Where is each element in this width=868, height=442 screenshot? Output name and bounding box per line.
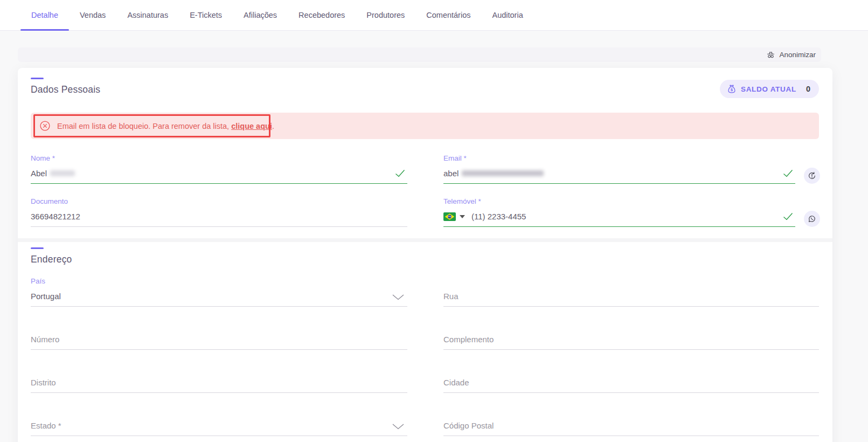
email-value: abel [443,169,459,178]
alert-message: Email em lista de bloqueio. Para remover… [57,122,274,130]
field-telemovel: Telemóvel * (11) 2233-4455 [443,197,820,227]
telemovel-input[interactable]: (11) 2233-4455 [443,210,795,227]
nome-input[interactable]: Abel [31,167,407,184]
distrito-placeholder: Distrito [31,378,56,387]
documento-label: Documento [31,197,407,206]
field-nome: Nome * Abel [31,154,407,184]
redacted-text [50,170,75,176]
error-circle-icon [40,121,50,131]
telemovel-value: (11) 2233-4455 [471,212,526,221]
pais-value: Portugal [31,292,61,301]
codigo-postal-input[interactable]: Código Postal [443,419,819,436]
chevron-down-icon [392,293,404,302]
email-input[interactable]: abel [443,167,795,184]
anonymize-button[interactable]: Anonimizar [767,51,816,59]
complemento-input[interactable]: Complemento [443,333,819,350]
documento-input[interactable]: 36694821212 [31,210,407,227]
redacted-text [462,170,544,176]
alert-message-suffix: . [272,122,274,130]
current-balance-badge[interactable]: $ SALDO ATUAL 0 [720,80,819,98]
resend-email-button[interactable] [804,168,820,184]
check-icon [395,169,405,179]
toolbar-strip: Anonimizar [18,47,821,62]
tab-recebedores[interactable]: Recebedores [288,0,356,30]
telemovel-label: Telemóvel * [443,197,820,206]
balance-value: 0 [806,85,810,93]
codigo-postal-placeholder: Código Postal [443,421,494,430]
tab-auditoria[interactable]: Auditoria [481,0,533,30]
flag-brazil-icon[interactable] [443,212,456,221]
whatsapp-button[interactable] [804,211,820,227]
field-cidade: Cidade [443,363,819,393]
field-documento: Documento 36694821212 [31,197,407,227]
rua-placeholder: Rua [443,292,459,301]
svg-text:$: $ [731,87,733,92]
rua-input[interactable]: Rua [443,290,819,307]
tab-comentarios[interactable]: Comentários [415,0,481,30]
section-accent-dash [31,247,44,249]
incognito-icon [767,51,775,59]
pais-label: País [31,277,407,286]
address-section-header: Endereço [31,247,819,265]
estado-select[interactable]: Estado * [31,419,407,436]
section-divider [18,238,832,242]
pais-select[interactable]: Portugal [31,290,407,307]
detail-card: Dados Pessoais $ SALDO ATUAL 0 Email em … [18,68,832,442]
field-numero: Número [31,320,407,350]
tab-detalhe[interactable]: Detalhe [20,0,69,30]
numero-placeholder: Número [31,335,59,344]
field-rua: Rua [443,277,819,307]
distrito-input[interactable]: Distrito [31,376,407,393]
anonymize-label: Anonimizar [779,51,816,59]
address-section-title: Endereço [31,254,819,265]
address-form-grid: País Portugal Rua Número Compleme [31,277,819,436]
dropdown-arrow-icon[interactable] [460,215,465,218]
email-blocklist-alert: Email em lista de bloqueio. Para remover… [31,113,819,139]
cidade-input[interactable]: Cidade [443,376,819,393]
nome-value: Abel [31,169,47,178]
tab-assinaturas[interactable]: Assinaturas [116,0,179,30]
field-complemento: Complemento [443,320,819,350]
check-icon [783,169,793,179]
complemento-placeholder: Complemento [443,335,494,344]
personal-section-header: Dados Pessoais $ SALDO ATUAL 0 [31,78,819,98]
money-bag-icon: $ [727,84,737,94]
refresh-alert-icon [808,171,816,180]
estado-placeholder: Estado * [31,421,61,430]
field-email: Email * abel [443,154,820,184]
section-accent-dash [31,78,44,79]
email-label: Email * [443,154,820,163]
documento-value: 36694821212 [31,212,80,221]
alert-message-prefix: Email em lista de bloqueio. Para remover… [57,122,231,130]
remove-from-blocklist-link[interactable]: clique aqui [231,122,272,130]
tab-produtores[interactable]: Produtores [356,0,415,30]
tab-afiliacoes[interactable]: Afiliações [233,0,288,30]
field-estado: Estado * [31,406,407,436]
tab-vendas[interactable]: Vendas [69,0,116,30]
check-icon [783,212,793,222]
numero-input[interactable]: Número [31,333,407,350]
tab-bar: Detalhe Vendas Assinaturas E-Tickets Afi… [0,0,868,31]
cidade-placeholder: Cidade [443,378,469,387]
balance-label: SALDO ATUAL [741,85,796,93]
personal-section-title: Dados Pessoais [31,84,100,95]
tab-etickets[interactable]: E-Tickets [179,0,233,30]
personal-form-grid: Nome * Abel Email * abel [31,154,819,227]
nome-label: Nome * [31,154,407,163]
chevron-down-icon [392,422,404,431]
field-pais: País Portugal [31,277,407,307]
field-codigo-postal: Código Postal [443,406,819,436]
whatsapp-icon [808,215,816,223]
field-distrito: Distrito [31,363,407,393]
